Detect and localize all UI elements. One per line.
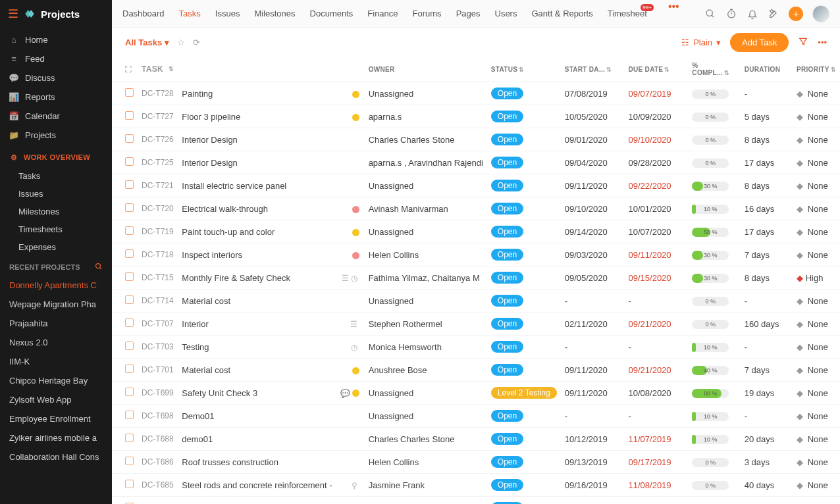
priority[interactable]: ◆ None xyxy=(793,474,840,497)
expand-column-icon[interactable]: ⛶ xyxy=(125,66,132,73)
task-title[interactable]: Material cost xyxy=(178,359,336,382)
topnav-users[interactable]: Users xyxy=(495,1,517,26)
row-checkbox[interactable] xyxy=(125,457,134,465)
task-title[interactable]: Steel rods and concrete reinforcement - xyxy=(178,474,336,497)
status-pill[interactable]: Open xyxy=(491,295,523,307)
task-title[interactable]: Demo01 xyxy=(178,405,336,428)
topnav-milestones[interactable]: Milestones xyxy=(254,1,295,26)
priority[interactable]: ◆ None xyxy=(793,497,840,505)
row-checkbox[interactable] xyxy=(125,272,134,281)
priority[interactable]: ◆ None xyxy=(793,290,840,313)
row-checkbox[interactable] xyxy=(125,157,134,166)
task-title[interactable]: Material cost xyxy=(178,290,336,313)
table-row[interactable]: DC-T720Electrical walk-throughAvinash Ma… xyxy=(112,197,840,220)
topnav-documents[interactable]: Documents xyxy=(310,1,354,26)
status-pill[interactable]: Level 2 Testing xyxy=(491,387,557,399)
row-checkbox[interactable] xyxy=(125,388,134,396)
status-pill[interactable]: Open xyxy=(491,479,523,491)
table-row[interactable]: DC-T721Install electric service panelUna… xyxy=(112,174,840,197)
status-pill[interactable]: Open xyxy=(491,180,523,191)
task-title[interactable]: Interior Design xyxy=(178,151,336,174)
priority[interactable]: ◆ None xyxy=(793,313,840,336)
task-title[interactable]: demo01 xyxy=(178,428,336,451)
status-pill[interactable]: Open xyxy=(491,134,523,145)
tools-icon[interactable] xyxy=(768,8,779,20)
global-add-button[interactable]: + xyxy=(789,7,803,21)
view-selector[interactable]: All Tasks ▾ xyxy=(125,38,169,47)
recent-project[interactable]: Wepage Migration Pha xyxy=(0,295,112,314)
table-row[interactable]: DC-T698Demo01UnassignedOpen--10 %-◆ None xyxy=(112,405,840,428)
sort-icon[interactable]: ⇅ xyxy=(519,66,524,73)
task-title[interactable]: Testing xyxy=(178,336,336,359)
row-checkbox[interactable] xyxy=(125,365,134,373)
col-owner-header[interactable]: OWNER xyxy=(369,66,395,73)
sort-icon[interactable]: ⇅ xyxy=(606,66,612,73)
status-pill[interactable]: Open xyxy=(491,226,523,238)
nav-projects[interactable]: 📁Projects xyxy=(0,126,112,145)
row-checkbox[interactable] xyxy=(125,226,134,235)
topnav-timesheet[interactable]: Timesheet99+ xyxy=(608,1,647,26)
topnav-issues[interactable]: Issues xyxy=(215,1,240,26)
table-row[interactable]: DC-T714Material costUnassignedOpen--0 %-… xyxy=(112,290,840,313)
priority[interactable]: ◆ None xyxy=(793,451,840,474)
table-row[interactable]: DC-T703Testing◷Monica HemsworthOpen--10 … xyxy=(112,336,840,359)
user-avatar[interactable] xyxy=(812,5,829,22)
topnav-tasks[interactable]: Tasks xyxy=(179,1,201,26)
status-pill[interactable]: Open xyxy=(491,157,523,168)
row-checkbox[interactable] xyxy=(125,203,134,212)
priority[interactable]: ◆ None xyxy=(793,428,840,451)
recent-project[interactable]: Employee Enrollment xyxy=(0,409,112,428)
recent-project[interactable]: Zylsoft Web App xyxy=(0,390,112,409)
col-priority-header[interactable]: PRIORITY xyxy=(797,66,829,73)
favorite-icon[interactable]: ☆ xyxy=(177,38,185,47)
topnav-gantt-reports[interactable]: Gantt & Reports xyxy=(531,1,592,26)
task-title[interactable]: Roof trusses construction xyxy=(178,451,336,474)
work-item[interactable]: Expenses xyxy=(0,238,112,256)
priority[interactable]: ◆ None xyxy=(793,105,840,128)
row-checkbox[interactable] xyxy=(125,111,134,120)
table-row[interactable]: DC-T688demo01Charles Charles StoneOpen10… xyxy=(112,428,840,451)
sort-icon[interactable]: ⇅ xyxy=(724,70,729,76)
sort-icon[interactable]: ⇅ xyxy=(169,66,174,72)
status-pill[interactable]: Open xyxy=(491,456,523,468)
priority[interactable]: ◆ None xyxy=(793,243,840,266)
status-pill[interactable]: Open xyxy=(491,410,523,422)
timer-icon[interactable] xyxy=(725,8,737,20)
row-checkbox[interactable] xyxy=(125,249,134,258)
row-checkbox[interactable] xyxy=(125,88,134,97)
topnav-more-icon[interactable]: ••• xyxy=(668,1,679,26)
row-checkbox[interactable] xyxy=(125,318,134,327)
recent-project[interactable]: Prajaahita xyxy=(0,314,112,333)
task-title[interactable]: Painting xyxy=(178,82,336,105)
topnav-dashboard[interactable]: Dashboard xyxy=(122,1,165,26)
nav-home[interactable]: ⌂Home xyxy=(0,30,112,49)
col-status-header[interactable]: STATUS xyxy=(491,66,517,73)
status-pill[interactable]: Open xyxy=(491,203,523,214)
status-pill[interactable]: Open xyxy=(491,433,523,445)
priority[interactable]: ◆ None xyxy=(793,197,840,220)
priority[interactable]: ◆ None xyxy=(793,151,840,174)
priority[interactable]: ◆ None xyxy=(793,220,840,243)
task-title[interactable]: Paint touch-up and color xyxy=(178,220,336,243)
col-due-header[interactable]: DUE DATE xyxy=(629,66,664,73)
recent-project[interactable]: Collaboration Hall Cons xyxy=(0,447,112,466)
table-row[interactable]: DC-T727Floor 3 pipelineaparna.sOpen10/05… xyxy=(112,105,840,128)
recent-project[interactable]: Zylker airlines mobile a xyxy=(0,428,112,447)
view-mode-toggle[interactable]: ☷ Plain ▾ xyxy=(681,38,721,47)
add-task-button[interactable]: Add Task xyxy=(730,33,789,52)
task-title[interactable]: Safety Unit Check 3 xyxy=(178,382,336,405)
table-row[interactable]: DC-T684WireframeJohn Marsh, Lin Lin Bren… xyxy=(112,497,840,505)
nav-discuss[interactable]: 💬Discuss xyxy=(0,68,112,88)
row-checkbox[interactable] xyxy=(125,434,134,442)
task-title[interactable]: Floor 3 pipeline xyxy=(178,105,336,128)
table-row[interactable]: DC-T685Steel rods and concrete reinforce… xyxy=(112,474,840,497)
work-item[interactable]: Milestones xyxy=(0,203,112,220)
task-title[interactable]: Install electric service panel xyxy=(178,174,336,197)
task-title[interactable]: Inspect interiors xyxy=(178,243,336,266)
table-row[interactable]: DC-T715Monthly Fire & Safety Check☰◷Fath… xyxy=(112,266,840,290)
status-pill[interactable]: Open xyxy=(491,272,523,284)
more-icon[interactable]: ••• xyxy=(818,38,827,47)
priority[interactable]: ◆ None xyxy=(793,128,840,151)
status-pill[interactable]: Open xyxy=(491,249,523,261)
col-pct-header[interactable]: % COMPL... xyxy=(692,62,723,76)
